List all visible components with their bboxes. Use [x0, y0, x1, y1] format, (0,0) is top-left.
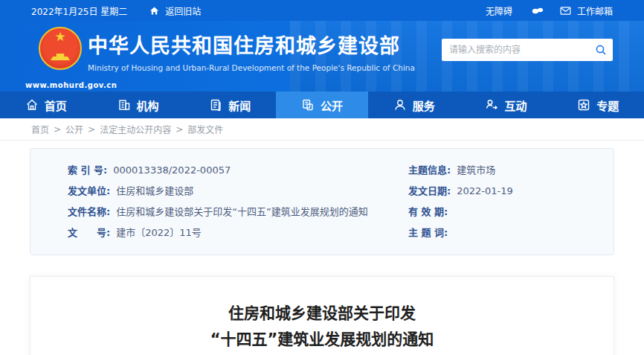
topic-icon	[577, 98, 590, 112]
home-icon	[25, 98, 39, 112]
nav-item-topics[interactable]: 专题	[552, 92, 644, 118]
interaction-icon	[485, 98, 498, 112]
back-old-site-link[interactable]: 返回旧站	[165, 4, 201, 17]
nav-item-news[interactable]: 新闻	[184, 92, 276, 118]
search-box	[442, 39, 613, 61]
info-row-validity-period: 有 效 期:	[408, 202, 599, 223]
info-row-issue-date: 发文日期: 2022-01-19	[408, 181, 599, 202]
info-row-subject-info: 主题信息: 建筑市场	[408, 160, 599, 181]
breadcrumb: 首页 > 公开 > 法定主动公开内容 > 部发文件	[0, 118, 644, 141]
breadcrumb-disclosure[interactable]: 公开	[65, 123, 83, 135]
home-small-icon	[149, 6, 159, 16]
search-input[interactable]	[442, 39, 595, 61]
site-title: 中华人民共和国住房和城乡建设部	[88, 30, 415, 59]
current-date: 2022年1月25日 星期二	[31, 4, 127, 17]
nav-item-organization[interactable]: 机构	[92, 92, 184, 118]
nav-item-services[interactable]: 服务	[368, 92, 460, 118]
site-url: www.mohurd.gov.cn	[25, 81, 117, 89]
site-header: ★ 中华人民共和国住房和城乡建设部 Ministry of Housing an…	[0, 21, 644, 92]
breadcrumb-home[interactable]: 首页	[31, 123, 49, 135]
article-card: 住房和城乡建设部关于印发 “十四五”建筑业发展规划的通知 选择字体: [大 - …	[30, 276, 614, 355]
search-icon[interactable]	[595, 44, 607, 56]
disclosure-icon	[301, 98, 315, 112]
breadcrumb-ministry-documents[interactable]: 部发文件	[187, 123, 223, 135]
main-nav: 首页 机构 新闻 公开	[0, 92, 644, 118]
info-row-document-number: 文 号: 建市〔2022〕11号	[68, 223, 408, 243]
info-row-issuing-unit: 发文单位: 住房和城乡建设部	[68, 181, 408, 202]
work-mailbox-link[interactable]: 工作邮箱	[577, 4, 613, 17]
nav-item-interaction[interactable]: 互动	[460, 92, 553, 118]
info-row-index-number: 索 引 号: 000013338/2022-00057	[68, 160, 408, 181]
document-info-box: 索 引 号: 000013338/2022-00057 发文单位: 住房和城乡建…	[30, 148, 614, 255]
site-subtitle-english: Ministry of Housing and Urban-Rural Deve…	[88, 63, 415, 72]
national-emblem-logo: ★	[39, 27, 82, 70]
info-row-keywords: 主 题 词:	[408, 223, 599, 243]
service-icon	[393, 98, 407, 112]
nav-item-home[interactable]: 首页	[0, 92, 92, 118]
article-title: 住房和城乡建设部关于印发 “十四五”建筑业发展规划的通知	[30, 301, 614, 352]
breadcrumb-statutory-content[interactable]: 法定主动公开内容	[100, 123, 171, 135]
info-row-document-name: 文件名称: 住房和城乡建设部关于印发“十四五”建筑业发展规划的通知	[68, 202, 408, 223]
article-title-line2: “十四五”建筑业发展规划的通知	[30, 327, 614, 353]
top-utility-bar: 2022年1月25日 星期二 返回旧站 无障碍 工作邮箱	[0, 0, 644, 21]
accessibility-link[interactable]: 无障碍	[486, 4, 512, 17]
organization-icon	[117, 98, 131, 112]
news-icon	[209, 98, 222, 112]
nav-item-disclosure[interactable]: 公开	[276, 92, 368, 118]
sign-language-icon[interactable]	[532, 6, 544, 15]
envelope-icon	[560, 7, 571, 15]
article-title-line1: 住房和城乡建设部关于印发	[30, 301, 614, 327]
